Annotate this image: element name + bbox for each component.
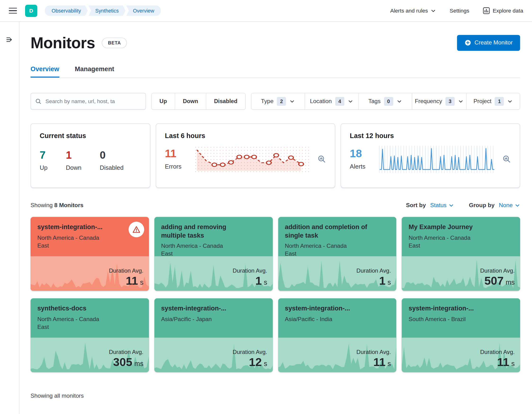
status-filter-down[interactable]: Down	[175, 93, 206, 110]
monitor-location: Asia/Pacific - Japan	[161, 315, 229, 323]
duration-avg-label: Duration Avg.	[233, 267, 267, 274]
filter-count-badge: 3	[445, 97, 455, 106]
monitor-location: Asia/Pacific - India	[285, 315, 353, 323]
warning-icon	[132, 225, 141, 234]
status-filter-group: UpDownDisabled	[151, 93, 245, 110]
monitor-duration: Duration Avg. 507ms	[480, 267, 515, 287]
monitor-grid: system-integration-... North America - C…	[30, 217, 520, 372]
duration-avg-label: Duration Avg.	[356, 267, 391, 274]
filter-label: Project	[474, 98, 492, 105]
chevron-down-icon	[289, 99, 295, 104]
monitor-location: North America - Canada East	[285, 242, 353, 258]
filter-type[interactable]: Type2	[251, 93, 305, 110]
duration-unit: s	[264, 278, 267, 286]
filter-tags[interactable]: Tags0	[359, 93, 412, 110]
duration-unit: s	[388, 360, 391, 368]
monitor-card[interactable]: system-integration-... Asia/Pacific - Ja…	[154, 298, 273, 372]
errors-value: 11	[165, 148, 187, 159]
deployment-avatar[interactable]: D	[25, 4, 38, 17]
beta-badge: BETA	[102, 37, 127, 48]
breadcrumb-observability[interactable]: Observability	[45, 5, 88, 16]
sort-by-control: Sort by Status	[406, 202, 454, 209]
group-by-select[interactable]: None	[499, 202, 520, 209]
explore-data-link[interactable]: Explore data	[483, 7, 523, 14]
monitor-name: system-integration-...	[38, 223, 122, 231]
filter-location[interactable]: Location4	[305, 93, 359, 110]
current-status-title: Current status	[40, 132, 141, 140]
duration-avg-label: Duration Avg.	[109, 267, 143, 274]
alerts-value: 18	[350, 148, 372, 159]
status-stat-disabled: 0Disabled	[100, 150, 124, 172]
breadcrumb-overview[interactable]: Overview	[126, 5, 161, 16]
monitor-card[interactable]: adding and removing multiple tasks North…	[154, 217, 273, 291]
monitor-location: North America - Canada East	[38, 315, 105, 331]
monitor-location: South America - Brazil	[408, 315, 476, 323]
filter-frequency[interactable]: Frequency3	[412, 93, 466, 110]
monitor-card[interactable]: system-integration-... Asia/Pacific - In…	[278, 298, 396, 372]
alerts-sparkline-chart	[379, 146, 494, 173]
status-filter-disabled[interactable]: Disabled	[206, 93, 245, 110]
search-input[interactable]	[45, 98, 142, 105]
search-icon	[35, 98, 42, 105]
tab-management[interactable]: Management	[75, 65, 114, 78]
monitor-card[interactable]: My Example Journey North America - Canad…	[402, 217, 520, 291]
inspect-chart-icon[interactable]	[503, 155, 511, 164]
duration-unit: s	[511, 360, 515, 368]
duration-value: 12	[249, 356, 262, 368]
chevron-down-icon	[448, 203, 454, 208]
filter-label: Frequency	[415, 98, 442, 105]
errors-label: Errors	[165, 163, 187, 170]
monitor-duration: Duration Avg. 1s	[233, 267, 267, 287]
page-title: Monitors	[30, 34, 95, 52]
chevron-down-icon	[348, 99, 353, 104]
synthetics-monitors-page: D ObservabilitySyntheticsOverview Alerts…	[0, 0, 532, 414]
top-header: D ObservabilitySyntheticsOverview Alerts…	[0, 0, 532, 22]
last-6-hours-card: Last 6 hours 11 Errors	[156, 123, 335, 188]
duration-unit: s	[140, 278, 143, 286]
chevron-down-icon	[431, 8, 436, 13]
hamburger-menu-icon[interactable]	[9, 8, 17, 14]
alerts-label: Alerts	[350, 163, 372, 170]
monitor-card[interactable]: addition and completion of single task N…	[278, 217, 396, 291]
inspect-chart-icon[interactable]	[318, 155, 326, 164]
monitor-duration: Duration Avg. 11s	[109, 267, 143, 287]
errors-stat: 11 Errors	[165, 148, 187, 170]
breadcrumb-synthetics[interactable]: Synthetics	[88, 5, 126, 16]
tab-overview[interactable]: Overview	[30, 65, 59, 78]
filter-count-badge: 1	[495, 97, 504, 106]
status-filter-up[interactable]: Up	[152, 93, 175, 110]
monitor-name: system-integration-...	[161, 304, 246, 313]
monitor-location: North America - Canada East	[38, 234, 105, 250]
expand-sidebar-icon[interactable]	[6, 36, 13, 44]
monitor-duration: Duration Avg. 1s	[356, 267, 391, 287]
duration-unit: ms	[134, 360, 143, 368]
plus-in-circle-icon	[464, 39, 471, 46]
settings-link[interactable]: Settings	[450, 8, 469, 14]
tabs: Overview Management	[30, 65, 520, 78]
current-status-card: Current status 7Up1Down0Disabled	[30, 123, 150, 188]
chevron-down-icon	[458, 99, 463, 104]
monitor-name: adding and removing multiple tasks	[161, 223, 246, 240]
footer-note: Showing all monitors	[30, 393, 520, 413]
monitor-name: synthetics-docs	[38, 304, 122, 313]
monitor-duration: Duration Avg. 12s	[233, 349, 267, 369]
duration-unit: s	[264, 360, 267, 368]
monitor-name: addition and completion of single task	[285, 223, 370, 240]
monitor-card[interactable]: system-integration-... South America - B…	[402, 298, 520, 372]
sort-by-select[interactable]: Status	[430, 202, 454, 209]
alerts-and-rules-menu[interactable]: Alerts and rules	[390, 8, 436, 14]
duration-unit: s	[388, 278, 391, 286]
monitor-card[interactable]: system-integration-... North America - C…	[30, 217, 149, 291]
duration-avg-label: Duration Avg.	[109, 349, 143, 356]
duration-avg-label: Duration Avg.	[480, 267, 515, 274]
create-monitor-button[interactable]: Create Monitor	[457, 35, 520, 51]
duration-value: 11	[497, 356, 509, 368]
header-actions: Alerts and rules Settings Explore data	[390, 7, 523, 14]
filter-project[interactable]: Project1	[466, 93, 520, 110]
group-by-control: Group by None	[469, 202, 520, 209]
chevron-down-icon	[515, 203, 520, 208]
monitor-card[interactable]: synthetics-docs North America - Canada E…	[30, 298, 149, 372]
group-by-label: Group by	[469, 202, 494, 208]
filter-label: Type	[261, 98, 274, 105]
monitor-duration: Duration Avg. 11s	[356, 349, 391, 369]
